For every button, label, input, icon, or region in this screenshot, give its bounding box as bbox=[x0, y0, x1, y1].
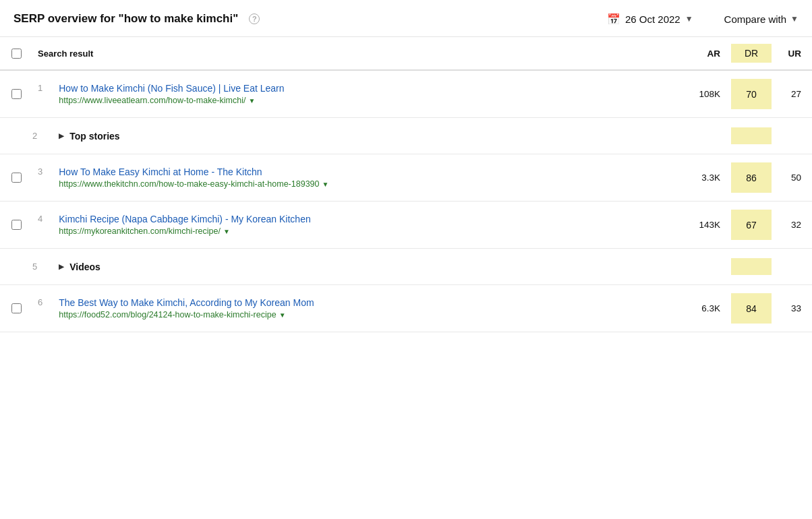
row-3-checkbox[interactable] bbox=[11, 173, 22, 183]
table-row: 1 How to Make Kimchi (No Fish Sauce) | L… bbox=[0, 71, 812, 118]
header-checkbox-cell[interactable] bbox=[0, 49, 32, 59]
date-dropdown-arrow: ▼ bbox=[685, 14, 693, 24]
compare-with-button[interactable]: Compare with ▼ bbox=[724, 13, 799, 25]
help-icon[interactable]: ? bbox=[249, 13, 260, 24]
row-3-content: 3 How To Make Easy Kimchi at Home - The … bbox=[32, 166, 677, 189]
row-2-num: 2 bbox=[32, 131, 47, 141]
row-4-num: 4 bbox=[38, 214, 52, 224]
row-5-num: 5 bbox=[32, 262, 47, 272]
row-1-content: 1 How to Make Kimchi (No Fish Sauce) | L… bbox=[32, 83, 677, 105]
row-4-dr: 67 bbox=[731, 210, 772, 240]
expand-row-2-dr bbox=[731, 127, 772, 144]
table-header: Search result AR DR UR bbox=[0, 37, 812, 71]
row-6-checkbox-cell[interactable] bbox=[0, 303, 32, 313]
row-6-url[interactable]: https://food52.com/blog/24124-how-to-mak… bbox=[59, 310, 314, 319]
expand-row-videos: 5 ▶ Videos bbox=[0, 249, 812, 285]
row-4-checkbox-cell[interactable] bbox=[0, 220, 32, 230]
page-header: SERP overview for "how to make kimchi" ?… bbox=[0, 0, 812, 37]
serp-table: Search result AR DR UR 1 How to Make Kim… bbox=[0, 37, 812, 332]
compare-with-label: Compare with bbox=[724, 13, 787, 25]
row-6-checkbox[interactable] bbox=[11, 303, 22, 313]
row-4-ur: 32 bbox=[772, 220, 812, 230]
row-3-num: 3 bbox=[38, 166, 52, 177]
row-1-ar: 108K bbox=[677, 89, 731, 99]
videos-label[interactable]: ▶ Videos bbox=[53, 262, 100, 272]
row-checkbox-cell[interactable] bbox=[0, 89, 32, 99]
row-1-checkbox[interactable] bbox=[11, 89, 22, 99]
expand-triangle-icon: ▶ bbox=[59, 263, 64, 270]
row-4-ar: 143K bbox=[677, 220, 731, 230]
title-prefix: SERP overview for bbox=[13, 12, 119, 25]
calendar-icon: 📅 bbox=[607, 13, 620, 26]
select-all-checkbox[interactable] bbox=[11, 49, 22, 59]
row-3-ar: 3.3K bbox=[677, 173, 731, 183]
row-6-ar: 6.3K bbox=[677, 303, 731, 313]
url-dropdown-arrow[interactable]: ▼ bbox=[223, 228, 230, 235]
row-3-title[interactable]: How To Make Easy Kimchi at Home - The Ki… bbox=[59, 166, 328, 177]
row-1-url[interactable]: https://www.liveeatlearn.com/how-to-make… bbox=[59, 96, 284, 105]
row-3-dr: 86 bbox=[731, 162, 772, 193]
row-6-title[interactable]: The Best Way to Make Kimchi, According t… bbox=[59, 297, 314, 308]
row-3-ur: 50 bbox=[772, 173, 812, 183]
table-row: 4 Kimchi Recipe (Napa Cabbage Kimchi) - … bbox=[0, 202, 812, 249]
expand-triangle-icon: ▶ bbox=[59, 132, 64, 140]
url-dropdown-arrow[interactable]: ▼ bbox=[279, 311, 286, 319]
col-header-ur: UR bbox=[772, 49, 812, 59]
row-4-title[interactable]: Kimchi Recipe (Napa Cabbage Kimchi) - My… bbox=[59, 214, 311, 224]
row-1-title[interactable]: How to Make Kimchi (No Fish Sauce) | Liv… bbox=[59, 83, 284, 94]
url-dropdown-arrow[interactable]: ▼ bbox=[248, 97, 255, 104]
url-dropdown-arrow[interactable]: ▼ bbox=[322, 181, 329, 188]
row-6-ur: 33 bbox=[772, 303, 812, 313]
expand-row-top-stories: 2 ▶ Top stories bbox=[0, 118, 812, 154]
date-text: 26 Oct 2022 bbox=[625, 13, 680, 25]
table-row: 6 The Best Way to Make Kimchi, According… bbox=[0, 285, 812, 332]
expand-row-5-content: 5 ▶ Videos bbox=[32, 262, 677, 272]
title-keyword: "how to make kimchi" bbox=[119, 12, 239, 25]
row-1-ur: 27 bbox=[772, 89, 812, 99]
col-header-dr: DR bbox=[731, 44, 772, 63]
date-selector[interactable]: 📅 26 Oct 2022 ▼ bbox=[607, 13, 693, 26]
row-4-content: 4 Kimchi Recipe (Napa Cabbage Kimchi) - … bbox=[32, 214, 677, 236]
row-6-dr: 84 bbox=[731, 293, 772, 324]
row-1-num: 1 bbox=[38, 83, 52, 93]
page-title: SERP overview for "how to make kimchi" bbox=[13, 12, 238, 26]
compare-with-arrow: ▼ bbox=[790, 14, 799, 24]
row-3-checkbox-cell[interactable] bbox=[0, 173, 32, 183]
col-header-ar: AR bbox=[677, 49, 731, 59]
row-6-num: 6 bbox=[38, 297, 52, 307]
row-1-dr: 70 bbox=[731, 79, 772, 109]
expand-row-5-dr bbox=[731, 258, 772, 275]
top-stories-label[interactable]: ▶ Top stories bbox=[53, 131, 119, 142]
expand-row-2-content: 2 ▶ Top stories bbox=[32, 131, 677, 142]
row-4-checkbox[interactable] bbox=[11, 220, 22, 230]
row-3-url[interactable]: https://www.thekitchn.com/how-to-make-ea… bbox=[59, 179, 328, 189]
table-row: 3 How To Make Easy Kimchi at Home - The … bbox=[0, 154, 812, 202]
col-header-search-result: Search result bbox=[32, 49, 677, 59]
row-6-content: 6 The Best Way to Make Kimchi, According… bbox=[32, 297, 677, 319]
row-4-url[interactable]: https://mykoreankitchen.com/kimchi-recip… bbox=[59, 226, 311, 236]
